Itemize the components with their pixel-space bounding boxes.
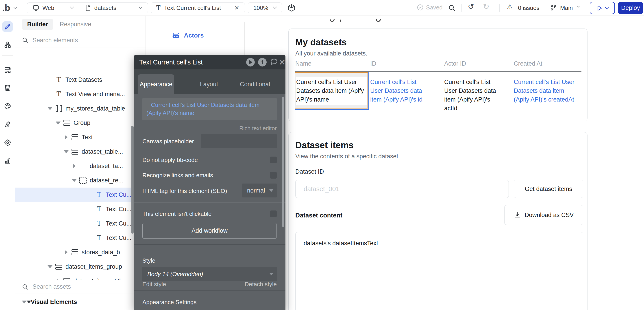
caret-right-icon[interactable] [64,135,68,140]
info-icon[interactable]: i [258,58,266,67]
recognize-links-checkbox[interactable] [270,172,277,179]
text-content-expression[interactable]: Current cell's List User Datasets data i… [142,98,277,120]
logs-chart-icon[interactable] [2,156,13,166]
column-header-actor-id: Actor ID [444,60,466,67]
platform-page-pill: Web datasets [27,3,148,13]
database-icon[interactable] [2,83,13,93]
chevron-down-icon[interactable] [577,4,580,8]
play-icon[interactable] [246,58,255,67]
cell-created-at[interactable]: Current cell's List User Datasets data i… [514,78,581,104]
style-value: Body 14 (Overridden) [147,271,203,278]
style-section-label: Style [142,257,156,264]
dataset-id-input[interactable] [303,185,496,193]
caret-down-icon[interactable] [72,178,77,183]
settings-gear-icon[interactable] [2,137,13,148]
design-pencil-icon[interactable] [2,21,13,32]
caret-right-icon[interactable] [64,250,68,255]
tree-item[interactable]: T Text Cu... [15,202,146,216]
page-select[interactable]: datasets [79,3,148,13]
canvas-placeholder-label: Canvas placeholder [142,138,194,145]
tree-item[interactable]: my_stores_data_table [15,101,146,116]
tree-item[interactable]: dataset_re... [15,173,146,188]
column-header-id: ID [370,60,376,67]
tree-item-label: Text Cu... [106,235,132,241]
search-elements-input[interactable] [32,37,114,44]
save-status: Saved [417,4,443,11]
style-dropdown[interactable]: Body 14 (Overridden) [142,267,277,281]
selection-guide-bottom [295,109,369,110]
cube-icon[interactable] [288,4,296,12]
platform-select[interactable]: Web [27,3,79,13]
search-assets-input[interactable] [32,283,114,290]
caret-down-icon[interactable] [48,106,52,111]
tree-item[interactable]: T Text Datasets [15,73,146,87]
element-tab[interactable]: T Text Current cell's List ✕ [151,3,245,13]
branch-name[interactable]: Main [560,5,573,12]
caret-down-icon[interactable] [64,149,68,154]
tree-item[interactable]: dataset_items_group [15,259,146,274]
deploy-button[interactable]: Deploy [618,2,643,14]
tree-item[interactable]: dataset_table... [15,144,146,159]
bbcode-checkbox[interactable] [270,157,277,163]
issues-count[interactable]: 0 issues [518,5,539,12]
search-icon[interactable] [448,4,456,12]
caret-down-icon[interactable] [48,264,52,269]
close-icon[interactable]: ✕ [279,58,286,67]
tree-item[interactable]: dataset_items_title [15,274,146,280]
canvas-placeholder-input[interactable] [201,134,277,148]
check-circle-icon [417,4,424,11]
edit-style-link[interactable]: Edit style [142,281,166,288]
get-dataset-items-button[interactable]: Get dataset items [514,180,583,198]
inspector-scrollbar[interactable] [282,97,284,227]
comment-icon[interactable] [270,57,278,67]
search-icon [22,283,28,290]
add-workflow-button[interactable]: Add workflow [142,223,277,239]
caret-down-icon[interactable] [56,120,60,125]
tree-item-label: my_stores_data_table [66,105,125,112]
tree-item[interactable]: T Text Cu... [15,216,146,231]
tree-item-selected[interactable]: T Text Cu... [15,188,146,202]
selected-text-element[interactable]: Current cell's List User Datasets data i… [295,72,368,108]
dataset-id-field[interactable] [295,180,509,198]
tree-item[interactable]: stores_data_b... [15,245,146,259]
workflow-icon[interactable] [2,39,13,50]
warning-icon: ⚠ [507,3,513,11]
components-icon[interactable] [2,65,13,75]
dataset-content-text: datasets's datasetItemsText [304,240,378,247]
tree-item[interactable]: Group [15,116,146,130]
visual-elements-section[interactable]: Visual Elements [15,294,146,310]
tree-item[interactable]: T Text Cu... [15,231,146,245]
canvas-nav-item-actors[interactable]: Actors [172,32,204,39]
plugins-plug-icon[interactable] [2,119,13,130]
close-icon[interactable]: ✕ [234,5,239,12]
tab-appearance[interactable]: Appearance [138,74,174,94]
detach-style-link[interactable]: Detach style [245,281,277,288]
tab-layout[interactable]: Layout [194,74,224,94]
play-icon [596,5,603,12]
not-clickable-checkbox[interactable] [270,211,277,217]
tab-conditional[interactable]: Conditional [238,74,272,94]
tree-item-label: Text [82,134,93,141]
bubble-logo[interactable]: .b [2,0,17,16]
undo-icon[interactable]: ↺ [468,2,474,11]
tab-responsive[interactable]: Responsive [60,21,91,28]
preview-run-button[interactable] [590,2,615,14]
caret-spacer [48,92,52,97]
styles-palette-icon[interactable] [2,101,13,111]
table-element-icon [56,105,62,112]
zoom-select[interactable]: 100% [248,3,282,13]
search-icon [22,37,28,44]
chevron-down-icon [269,273,274,275]
tree-item[interactable]: dataset_ta... [15,159,146,173]
tree-item[interactable]: Text [15,130,146,144]
caret-right-icon[interactable] [72,164,77,169]
text-element-icon: T [97,192,101,198]
download-csv-button[interactable]: Download as CSV [504,205,583,225]
tab-builder[interactable]: Builder [22,19,53,30]
html-tag-dropdown[interactable]: normal [242,184,277,198]
cell-id[interactable]: Current cell's List User Datasets data i… [370,78,428,104]
rich-text-editor-link[interactable]: Rich text editor [239,125,277,132]
chevron-down-icon [269,189,274,192]
tree-item[interactable]: T Text View and mana... [15,87,146,101]
tree-scrollbar[interactable] [131,126,134,234]
